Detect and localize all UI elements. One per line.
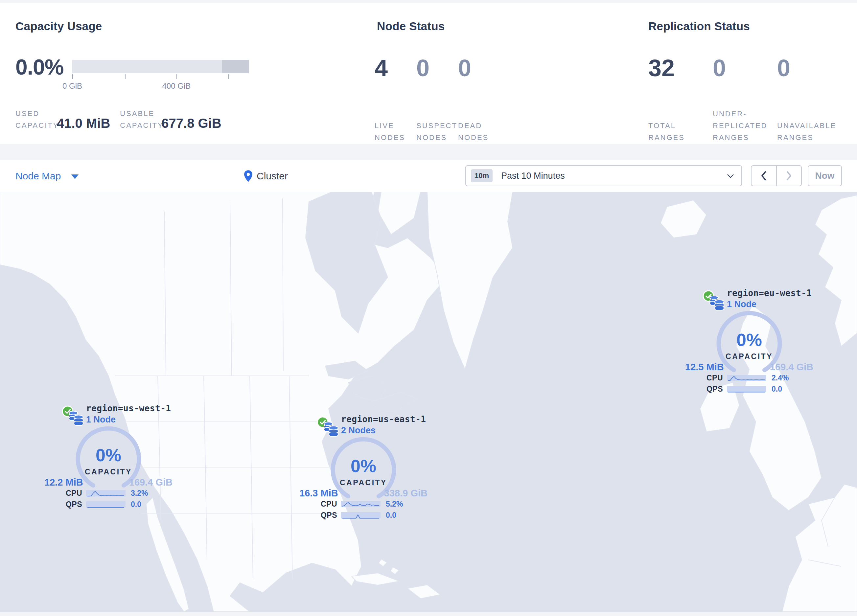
- used-capacity-value: 16.3 MiB: [299, 488, 338, 499]
- node-status-label: DEADNODES: [458, 108, 514, 144]
- map-toolbar: Node Map Cluster 10m Past 10 Minutes Now: [0, 160, 857, 192]
- replication-status-label: UNAVAILABLERANGES: [777, 108, 846, 144]
- map-node-us-west-1[interactable]: region=us-west-11 Node0%CAPACITY12.2 MiB…: [29, 405, 187, 514]
- time-range-label: Past 10 Minutes: [501, 171, 565, 181]
- node-count-label[interactable]: 1 Node: [727, 299, 756, 309]
- capacity-stats: USEDCAPACITY41.0 MiBUSABLECAPACITY677.8 …: [15, 108, 221, 131]
- capacity-stat-value: 41.0 MiB: [57, 116, 110, 131]
- view-selector-dropdown[interactable]: Node Map: [15, 160, 79, 192]
- replication-status-column: 32TOTALRANGES: [648, 54, 713, 144]
- metric-value: 5.2%: [386, 500, 403, 509]
- now-button[interactable]: Now: [808, 165, 842, 186]
- metric-label: CPU: [314, 500, 337, 509]
- node-count-label[interactable]: 1 Node: [86, 415, 116, 425]
- total-capacity-value: 169.4 GiB: [770, 362, 813, 372]
- region-label: region=eu-west-1: [727, 288, 812, 298]
- capacity-stat: USABLECAPACITY677.8 GiB: [120, 108, 221, 131]
- metric-row-cpu: CPU3.2%: [59, 488, 148, 498]
- gauge-capacity-label: CAPACITY: [85, 468, 132, 476]
- replication-status-column: 0UNAVAILABLERANGES: [777, 54, 846, 144]
- capacity-axis-tick: [228, 74, 229, 79]
- map-node-eu-west-1[interactable]: region=eu-west-11 Node0%CAPACITY12.5 MiB…: [670, 290, 828, 398]
- capacity-axis-tick: [72, 74, 73, 79]
- metric-sparkline: [727, 373, 766, 383]
- cluster-summary-panel: Capacity Usage 0.0% 0 GiB400 GiB USEDCAP…: [0, 3, 857, 144]
- node-status-value: 0: [416, 54, 458, 108]
- replication-status-label: TOTALRANGES: [648, 108, 713, 144]
- metric-label: CPU: [59, 489, 82, 498]
- metric-row-cpu: CPU5.2%: [314, 499, 403, 509]
- metric-sparkline: [341, 510, 381, 520]
- used-capacity-value: 12.2 MiB: [44, 477, 83, 488]
- capacity-axis-tick-label: 0 GiB: [62, 82, 82, 91]
- metric-label: QPS: [314, 511, 337, 520]
- replication-status-value: 0: [713, 54, 777, 108]
- node-status-column: 0SUSPECTNODES: [416, 54, 458, 144]
- replication-status-stats: 32TOTALRANGES0UNDER-REPLICATEDRANGES0UNA…: [648, 54, 846, 144]
- gauge-percent: 0%: [96, 445, 121, 465]
- region-label: region=us-west-1: [86, 403, 171, 413]
- metric-row-cpu: CPU2.4%: [700, 373, 789, 383]
- metric-value: 3.2%: [131, 489, 148, 498]
- replication-status-column: 0UNDER-REPLICATEDRANGES: [713, 54, 777, 144]
- metric-row-qps: QPS0.0: [59, 499, 141, 509]
- breadcrumb[interactable]: Cluster: [244, 160, 288, 192]
- capacity-bar-reserved-segment: [222, 60, 249, 73]
- map-node-us-east-1[interactable]: region=us-east-12 Nodes0%CAPACITY16.3 Mi…: [285, 416, 442, 525]
- time-step-back-button[interactable]: [752, 166, 777, 185]
- time-step-forward-button[interactable]: [777, 166, 801, 185]
- capacity-usage-percent: 0.0%: [15, 54, 63, 80]
- breadcrumb-label: Cluster: [257, 170, 288, 182]
- node-status-stats: 4LIVENODES0SUSPECTNODES0DEADNODES: [374, 54, 514, 144]
- capacity-stat-label: USABLECAPACITY: [120, 108, 153, 131]
- metric-value: 0.0: [131, 500, 141, 509]
- metric-label: QPS: [59, 500, 82, 509]
- capacity-axis-tick-label: 400 GiB: [162, 82, 190, 91]
- metric-sparkline: [341, 499, 381, 509]
- node-status-title: Node Status: [377, 20, 445, 33]
- metric-value: 0.0: [386, 511, 396, 520]
- capacity-usage-title: Capacity Usage: [15, 20, 102, 33]
- node-map[interactable]: region=us-west-11 Node0%CAPACITY12.2 MiB…: [0, 192, 857, 612]
- capacity-stat-label: USEDCAPACITY: [15, 108, 48, 131]
- gauge-percent: 0%: [351, 456, 376, 476]
- node-status-column: 4LIVENODES: [374, 54, 416, 144]
- capacity-usage-bar: [72, 60, 249, 73]
- chevron-down-icon: [727, 174, 734, 178]
- capacity-stat-value: 677.8 GiB: [161, 116, 221, 131]
- capacity-bar-axis: 0 GiB400 GiB: [72, 74, 249, 94]
- total-capacity-value: 169.4 GiB: [129, 477, 173, 488]
- view-selector-label: Node Map: [15, 170, 61, 182]
- node-status-value: 4: [374, 54, 416, 108]
- gauge-percent: 0%: [736, 330, 762, 350]
- world-map-graphic: [0, 192, 857, 612]
- capacity-axis-tick: [125, 74, 125, 79]
- node-status-column: 0DEADNODES: [458, 54, 514, 144]
- region-label: region=us-east-1: [341, 414, 426, 424]
- gauge-capacity-label: CAPACITY: [726, 352, 773, 361]
- total-capacity-value: 338.9 GiB: [384, 488, 427, 499]
- node-status-label: SUSPECTNODES: [416, 108, 458, 144]
- metric-sparkline: [86, 499, 125, 509]
- capacity-stat: USEDCAPACITY41.0 MiB: [15, 108, 110, 131]
- used-capacity-value: 12.5 MiB: [685, 362, 724, 372]
- metric-label: CPU: [700, 374, 723, 383]
- gauge-capacity-label: CAPACITY: [340, 479, 387, 487]
- node-status-value: 0: [458, 54, 514, 108]
- chevron-down-icon: [71, 174, 79, 179]
- metric-value: 0.0: [772, 385, 782, 394]
- metric-row-qps: QPS0.0: [700, 384, 782, 394]
- chevron-right-icon: [786, 171, 792, 181]
- replication-status-value: 0: [777, 54, 846, 108]
- metric-sparkline: [86, 488, 125, 498]
- replication-status-value: 32: [648, 54, 713, 108]
- node-count-label[interactable]: 2 Nodes: [341, 425, 376, 435]
- metric-row-qps: QPS0.0: [314, 510, 396, 520]
- metric-sparkline: [727, 384, 766, 394]
- node-status-label: LIVENODES: [374, 108, 416, 144]
- time-range-badge: 10m: [471, 169, 493, 182]
- map-pin-icon: [244, 170, 253, 182]
- metric-value: 2.4%: [772, 374, 789, 383]
- metric-label: QPS: [700, 385, 723, 394]
- time-range-dropdown[interactable]: 10m Past 10 Minutes: [465, 165, 742, 186]
